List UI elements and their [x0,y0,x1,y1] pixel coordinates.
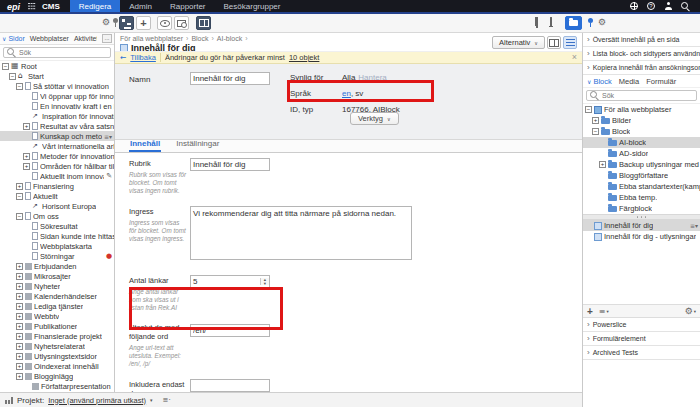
panel-tab[interactable]: Aktiviteter [74,35,97,42]
tree-item[interactable]: Ebba temp. [583,192,700,203]
tree-item[interactable]: − För alla webbplatser [583,104,700,115]
tree-item[interactable]: + Områden för hållbar tillväxt [0,161,114,171]
tree-item[interactable]: − Root [0,61,114,71]
tree-item-badge[interactable]: ✎ [106,172,114,180]
tree-item[interactable]: Aktuellt inom innovation ✎ [0,171,114,181]
tree-item[interactable]: + Backup utlysningar med Ebba... [583,159,700,170]
toggle-navigation-button[interactable] [119,16,134,30]
antal-lankar-input[interactable] [190,275,270,288]
expander-icon[interactable]: + [16,293,23,300]
add-content-button[interactable]: + [136,16,151,30]
tree-item[interactable]: − Om oss [0,211,114,221]
expander-icon[interactable]: + [16,183,23,190]
search-icon[interactable] [681,2,690,11]
bell-icon[interactable] [550,18,552,27]
tree-item[interactable]: Bloggförfattare [583,170,700,181]
tree-item[interactable]: Ebba standartexter(kampanj) [583,181,700,192]
tree-item[interactable]: Färgblock [583,203,700,214]
tree-item[interactable]: + Oindexerat innehåll [0,361,114,371]
expander-icon[interactable]: − [592,128,599,135]
epi-logo[interactable]: epi [0,0,28,12]
globe-icon[interactable] [630,2,638,10]
top-nav-item[interactable]: Rapporter [161,0,215,12]
expander-icon[interactable]: − [9,73,16,80]
expander-icon[interactable]: − [16,83,23,90]
tree-item[interactable]: + Metoder för innovation [0,151,114,161]
accordion-header[interactable]: › Formulärelement [583,332,700,346]
tree-item[interactable]: + Nyhetsrelaterat [0,341,114,351]
app-grid-icon[interactable] [28,3,35,10]
content-tab[interactable]: Innehåll [129,139,161,152]
tree-item[interactable]: Sökresultat [0,221,114,231]
tree-item[interactable]: + Webbtv [0,311,114,321]
expander-icon[interactable]: − [16,193,23,200]
compare-button[interactable] [174,16,189,30]
expander-icon[interactable]: + [23,123,30,130]
tree-item[interactable]: − Block [583,126,700,137]
tree-item[interactable]: + Nyheter [0,281,114,291]
product-name[interactable]: CMS [42,0,60,12]
tree-item[interactable]: + Bilder [583,115,700,126]
accordion-header[interactable]: › Lista block- och sidtypers användning [583,47,700,61]
number-stepper[interactable]: ▴▾ [260,278,269,285]
add-block-button[interactable]: + [587,307,593,316]
expander-icon[interactable]: − [2,63,9,70]
assets-tab[interactable]: Formulär [646,77,676,86]
tree-item[interactable]: Kunskap och metoder för in... ≡▾ [0,131,114,141]
content-tab[interactable]: Inställningar [175,139,220,152]
panel-tab[interactable]: ∨ Sidor [2,35,25,42]
tree-item[interactable]: + Finansierade projekt [0,331,114,341]
accordion-header[interactable]: › Översätt innehåll på en sida [583,33,700,47]
tree-item[interactable]: + Utlysningstextsidor [0,351,114,361]
tree-item[interactable]: − Så stöttar vi innovation [0,81,114,91]
top-nav-item[interactable]: Admin [120,0,161,12]
accordion-header[interactable]: › Archived Tests [583,346,700,360]
project-selector-link[interactable]: Inget (använd primära utkast) [48,396,146,405]
view-mode-button[interactable] [196,16,211,30]
ingress-textarea[interactable]: Vi rekommenderar dig att titta närmare p… [190,206,412,260]
expander-icon[interactable]: + [23,163,30,170]
tree-item[interactable]: En innovativ kraft i en hållb... [0,101,114,111]
list-item-badge[interactable]: ≡▾ [690,222,700,229]
panel-tab[interactable]: Webbplatser [30,35,69,42]
expander-icon[interactable]: − [585,106,592,113]
user-icon[interactable] [664,2,672,10]
expander-icon[interactable]: + [16,263,23,270]
expander-icon[interactable]: + [23,153,30,160]
assets-search-input[interactable] [602,92,693,99]
affected-objects-link[interactable]: 10 objekt [289,53,319,62]
breadcrumb-link[interactable]: Block [191,35,208,42]
expander-icon[interactable]: + [599,161,606,168]
expander-icon[interactable]: − [16,213,23,220]
tree-item[interactable]: Vårt internationella arbete [0,141,114,151]
expander-icon[interactable]: + [592,117,599,124]
assets-settings-button[interactable]: ⚙▾ [685,307,696,316]
tree-item[interactable]: + Publikationer [0,321,114,331]
left-panel-settings-gear-icon[interactable]: ⚙ [102,18,110,27]
project-menu-icon[interactable]: ≡· [163,396,171,404]
tree-item[interactable]: + Blogginlägg [0,371,114,381]
tree-item[interactable]: + Erbjudanden [0,261,114,271]
options-button[interactable]: Alternativ ∨ [492,36,545,49]
back-link[interactable]: Tillbaka [130,53,156,62]
tree-item[interactable]: + Finansiering [0,181,114,191]
accordion-header[interactable]: › Kopiera innehåll från ansökningsomgång [583,61,700,75]
tree-item[interactable]: + Mikrosajter [0,271,114,281]
top-nav-item[interactable]: Redigera [70,0,120,12]
rubrik-input[interactable] [190,158,270,171]
expander-icon[interactable]: + [16,313,23,320]
tree-item[interactable]: + Resultat av våra satsningar [0,121,114,131]
tree-item[interactable]: Inspiration för innovation [0,111,114,121]
expander-icon[interactable]: + [16,273,23,280]
right-panel-settings-gear-icon[interactable]: ⚙ [598,18,606,27]
tree-item[interactable]: Författarpresentation [0,381,114,391]
expander-icon[interactable]: + [16,343,23,350]
tabs-overflow-button[interactable]: ... [102,34,112,43]
tree-item[interactable]: Webbplatskarta [0,241,114,251]
expander-icon[interactable]: + [16,363,23,370]
tree-item[interactable]: + Lediga tjänster [0,301,114,311]
breadcrumb-link[interactable]: För alla webbplatser [120,35,183,42]
breadcrumb-link[interactable]: AI-block [217,35,242,42]
name-input[interactable] [190,72,270,85]
assets-tab[interactable]: ∨ Block [587,77,612,86]
